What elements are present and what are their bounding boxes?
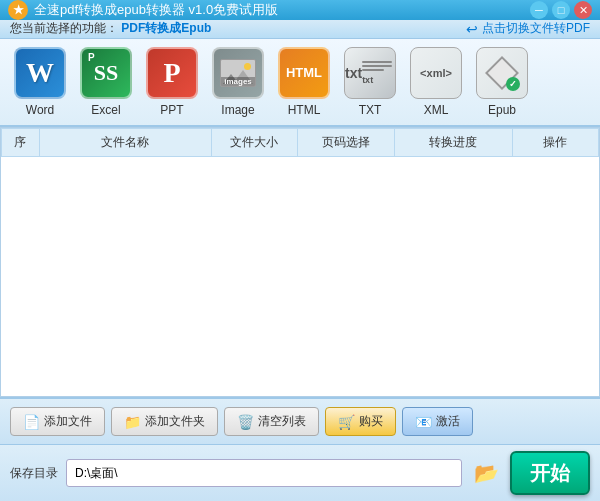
app-window: ★ 全速pdf转换成epub转换器 v1.0免费试用版 ─ □ ✕ 您当前选择的…	[0, 0, 600, 501]
txt-type-button[interactable]: txt TXT	[340, 47, 400, 117]
add-file-icon: 📄	[23, 414, 40, 430]
images-text: images	[221, 77, 255, 86]
ppt-type-button[interactable]: PPT	[142, 47, 202, 117]
epub-icon: ✓	[476, 47, 528, 99]
html-type-button[interactable]: HTML	[274, 47, 334, 117]
table-header-row: 序 文件名称 文件大小 页码选择 转换进度 操作	[2, 128, 599, 156]
switch-button[interactable]: ↩ 点击切换文件转PDF	[466, 20, 590, 37]
maximize-button[interactable]: □	[552, 1, 570, 19]
table-header: 序 文件名称 文件大小 页码选择 转换进度 操作	[2, 128, 599, 156]
action-buttons: 📄 添加文件 📁 添加文件夹 🗑️ 清空列表 🛒 购买 📧 激活	[10, 407, 590, 436]
bottom-bar: 📄 添加文件 📁 添加文件夹 🗑️ 清空列表 🛒 购买 📧 激活	[0, 397, 600, 444]
col-index: 序	[2, 128, 40, 156]
title-bar-left: ★ 全速pdf转换成epub转换器 v1.0免费试用版	[8, 0, 278, 20]
add-file-label: 添加文件	[44, 413, 92, 430]
word-icon	[14, 47, 66, 99]
word-type-button[interactable]: Word	[10, 47, 70, 117]
col-progress: 转换进度	[394, 128, 512, 156]
html-icon	[278, 47, 330, 99]
excel-label: Excel	[91, 103, 120, 117]
activate-label: 激活	[436, 413, 460, 430]
close-button[interactable]: ✕	[574, 1, 592, 19]
ppt-label: PPT	[160, 103, 183, 117]
minimize-button[interactable]: ─	[530, 1, 548, 19]
table-body	[2, 156, 599, 396]
epub-label: Epub	[488, 103, 516, 117]
current-function-value: PDF转换成Epub	[121, 21, 211, 35]
excel-type-button[interactable]: S P Excel	[76, 47, 136, 117]
excel-icon: S P	[80, 47, 132, 99]
add-file-button[interactable]: 📄 添加文件	[10, 407, 105, 436]
image-type-button[interactable]: images Image	[208, 47, 268, 117]
txt-icon: txt	[344, 47, 396, 99]
activate-icon: 📧	[415, 414, 432, 430]
file-table: 序 文件名称 文件大小 页码选择 转换进度 操作	[1, 128, 599, 397]
epub-type-button[interactable]: ✓ Epub	[472, 47, 532, 117]
content-section: 序 文件名称 文件大小 页码选择 转换进度 操作	[0, 127, 600, 398]
image-icon: images	[212, 47, 264, 99]
switch-icon: ↩	[466, 21, 478, 37]
current-function-label: 您当前选择的功能： PDF转换成Epub	[10, 20, 211, 37]
save-path-input[interactable]	[66, 459, 462, 487]
activate-button[interactable]: 📧 激活	[402, 407, 473, 436]
function-prefix: 您当前选择的功能：	[10, 21, 118, 35]
xml-type-button[interactable]: XML	[406, 47, 466, 117]
clear-list-label: 清空列表	[258, 413, 306, 430]
window-controls: ─ □ ✕	[530, 1, 592, 19]
table-empty-row	[2, 156, 599, 396]
switch-label: 点击切换文件转PDF	[482, 20, 590, 37]
buy-button[interactable]: 🛒 购买	[325, 407, 396, 436]
clear-list-button[interactable]: 🗑️ 清空列表	[224, 407, 319, 436]
toolbar: 您当前选择的功能： PDF转换成Epub ↩ 点击切换文件转PDF	[0, 20, 600, 39]
clear-list-icon: 🗑️	[237, 414, 254, 430]
ppt-icon	[146, 47, 198, 99]
browse-folder-button[interactable]: 📂	[470, 459, 502, 487]
file-table-container: 序 文件名称 文件大小 页码选择 转换进度 操作	[0, 127, 600, 398]
empty-cell	[2, 156, 599, 396]
txt-label: TXT	[359, 103, 382, 117]
html-label: HTML	[288, 103, 321, 117]
add-folder-button[interactable]: 📁 添加文件夹	[111, 407, 218, 436]
buy-icon: 🛒	[338, 414, 355, 430]
logo-icon: ★	[13, 3, 24, 17]
col-pagesel: 页码选择	[297, 128, 394, 156]
add-folder-icon: 📁	[124, 414, 141, 430]
col-filesize: 文件大小	[211, 128, 297, 156]
image-label: Image	[221, 103, 254, 117]
add-folder-label: 添加文件夹	[145, 413, 205, 430]
app-logo: ★	[8, 0, 28, 20]
xml-icon	[410, 47, 462, 99]
conversion-type-selector: Word S P Excel PPT images	[0, 39, 600, 127]
save-start-row: 保存目录 📂 开始	[0, 444, 600, 501]
xml-label: XML	[424, 103, 449, 117]
col-action: 操作	[512, 128, 598, 156]
sun-shape	[244, 63, 251, 70]
title-bar: ★ 全速pdf转换成epub转换器 v1.0免费试用版 ─ □ ✕	[0, 0, 600, 20]
folder-open-icon: 📂	[474, 461, 499, 485]
epub-inner: ✓	[484, 55, 520, 91]
word-label: Word	[26, 103, 54, 117]
buy-label: 购买	[359, 413, 383, 430]
save-dir-label: 保存目录	[10, 465, 58, 482]
app-title: 全速pdf转换成epub转换器 v1.0免费试用版	[34, 1, 278, 19]
start-button[interactable]: 开始	[510, 451, 590, 495]
image-placeholder: images	[220, 59, 256, 87]
col-filename: 文件名称	[39, 128, 211, 156]
